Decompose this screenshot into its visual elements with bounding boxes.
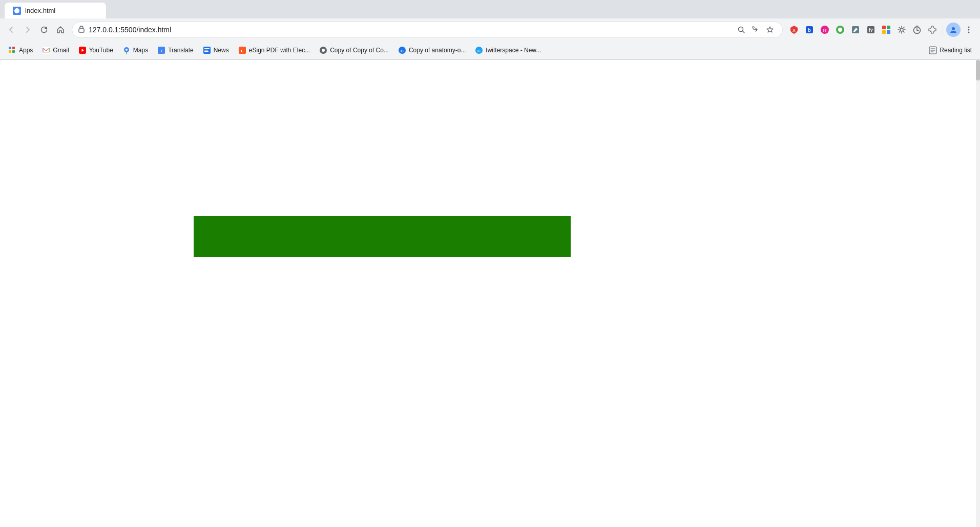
bitwarden-extension-btn[interactable]: b: [802, 23, 817, 37]
esign-label: eSign PDF with Elec...: [249, 47, 310, 54]
timer-extension-btn[interactable]: [910, 23, 924, 37]
maps-favicon: [122, 46, 131, 54]
page-content: [0, 60, 980, 527]
back-button[interactable]: [4, 23, 18, 37]
lock-icon: [78, 26, 85, 34]
svg-rect-29: [9, 47, 11, 49]
svg-text:E: E: [241, 49, 244, 53]
separator: [943, 25, 943, 35]
reading-list-label: Reading list: [940, 47, 972, 54]
font-extension-btn[interactable]: f?: [864, 23, 878, 37]
svg-point-27: [968, 29, 970, 31]
color-extension-btn[interactable]: [833, 23, 847, 37]
svg-point-0: [14, 8, 19, 13]
address-bar-row: 127.0.0.1:5500/index.html: [0, 18, 980, 41]
browser-chrome: index.html: [0, 0, 980, 60]
anatomy-favicon: C: [398, 46, 406, 54]
avast-extension-btn[interactable]: A: [787, 23, 801, 37]
active-tab[interactable]: index.html: [4, 2, 107, 18]
reading-list-icon: [929, 46, 937, 54]
green-rectangle: [194, 216, 571, 257]
svg-text:T: T: [160, 49, 163, 53]
svg-point-28: [968, 32, 970, 33]
news-favicon: [203, 46, 211, 54]
toolbar-icons: A b H: [787, 23, 976, 37]
tab-title: index.html: [25, 7, 55, 14]
bookmark-esign[interactable]: E eSign PDF with Elec...: [234, 44, 314, 56]
profile-button[interactable]: [946, 23, 961, 37]
svg-point-19: [900, 28, 903, 31]
forward-button[interactable]: [20, 23, 35, 37]
apps-favicon: [8, 46, 16, 54]
svg-point-48: [322, 49, 325, 52]
bookmark-twitterspace[interactable]: C twitterspace - New...: [471, 44, 545, 56]
svg-rect-16: [887, 26, 890, 29]
anatomy-label: Copy of anatomy-o...: [409, 47, 466, 54]
youtube-label: YouTube: [89, 47, 113, 54]
honey-extension-btn[interactable]: H: [818, 23, 832, 37]
bookmark-apps[interactable]: Apps: [4, 44, 37, 56]
bookmark-gmail[interactable]: Gmail: [38, 44, 73, 56]
address-bar[interactable]: 127.0.0.1:5500/index.html: [72, 22, 783, 38]
svg-text:f?: f?: [869, 28, 873, 33]
maps-label: Maps: [133, 47, 148, 54]
scrollbar-thumb[interactable]: [976, 60, 980, 80]
reading-list-button[interactable]: Reading list: [925, 44, 976, 56]
svg-line-3: [743, 31, 745, 33]
svg-point-37: [126, 49, 128, 51]
twitterspace-label: twitterspace - New...: [486, 47, 541, 54]
gmail-favicon: [42, 46, 50, 54]
svg-rect-32: [12, 50, 15, 53]
youtube-favicon: [78, 46, 87, 54]
svg-rect-43: [204, 50, 208, 51]
settings-extension-btn[interactable]: [894, 23, 909, 37]
twitterspace-favicon: C: [475, 46, 483, 54]
svg-text:A: A: [793, 28, 796, 33]
copy1-label: Copy of Copy of Co...: [330, 47, 389, 54]
news-label: News: [214, 47, 229, 54]
svg-text:b: b: [808, 28, 811, 33]
bookmark-youtube[interactable]: YouTube: [74, 44, 117, 56]
svg-rect-18: [887, 30, 890, 34]
svg-point-25: [952, 27, 955, 30]
translate-favicon: T: [157, 46, 165, 54]
bookmark-copy1[interactable]: Copy of Copy of Co...: [315, 44, 393, 56]
svg-text:C: C: [401, 49, 404, 53]
apps-label: Apps: [19, 47, 33, 54]
svg-point-26: [968, 27, 970, 28]
reload-button[interactable]: [37, 23, 51, 37]
url-text: 127.0.0.1:5500/index.html: [89, 26, 731, 34]
svg-text:C: C: [477, 49, 481, 53]
svg-line-22: [917, 30, 919, 31]
bookmark-translate[interactable]: T Translate: [153, 44, 198, 56]
gmail-label: Gmail: [53, 47, 69, 54]
bookmark-news[interactable]: News: [199, 44, 233, 56]
svg-rect-30: [12, 47, 15, 49]
svg-rect-17: [882, 30, 886, 34]
address-bar-icons: [735, 24, 776, 36]
scrollbar[interactable]: [976, 60, 980, 527]
google-extension-btn[interactable]: [879, 23, 893, 37]
home-button[interactable]: [53, 23, 68, 37]
pen-extension-btn[interactable]: [848, 23, 863, 37]
tab-favicon: [13, 7, 21, 15]
translate-label: Translate: [168, 47, 194, 54]
esign-favicon: E: [238, 46, 246, 54]
bookmark-anatomy[interactable]: C Copy of anatomy-o...: [394, 44, 470, 56]
svg-text:H: H: [823, 28, 827, 33]
svg-rect-31: [9, 50, 11, 53]
copy1-favicon: [319, 46, 327, 54]
menu-button[interactable]: [962, 23, 976, 37]
bookmark-maps[interactable]: Maps: [118, 44, 152, 56]
search-icon-btn[interactable]: [735, 24, 747, 36]
bookmarks-bar: Apps Gmail YouT: [0, 41, 980, 59]
svg-rect-44: [204, 51, 208, 52]
extensions-btn[interactable]: [925, 23, 940, 37]
bookmark-star-btn[interactable]: [764, 24, 776, 36]
tab-bar: index.html: [0, 0, 980, 18]
svg-rect-15: [882, 26, 886, 29]
svg-rect-1: [79, 29, 84, 32]
share-icon-btn[interactable]: [749, 24, 762, 36]
svg-point-11: [838, 28, 842, 32]
svg-rect-42: [204, 48, 210, 49]
